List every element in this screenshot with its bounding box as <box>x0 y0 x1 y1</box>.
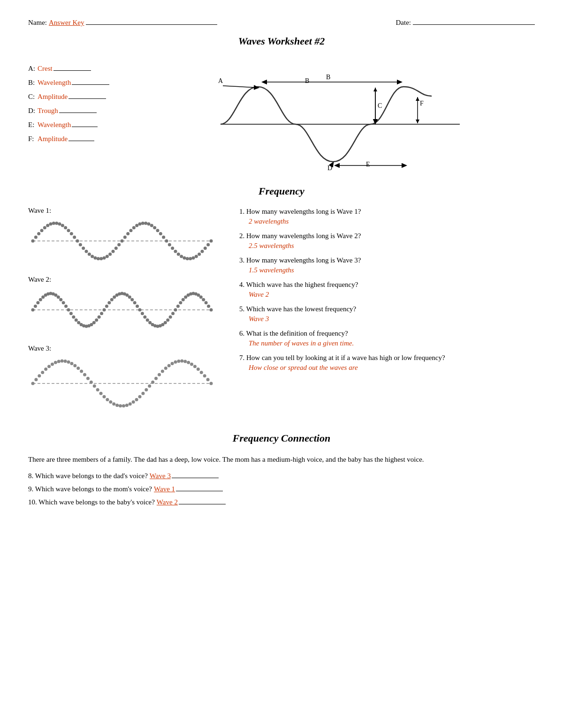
question-answer: The number of waves in a given time. <box>249 338 535 348</box>
svg-point-136 <box>179 301 182 304</box>
svg-point-70 <box>192 256 195 260</box>
question-3: 3. How many wavelengths long is Wave 3?1… <box>239 255 535 275</box>
svg-point-59 <box>159 232 162 235</box>
svg-point-24 <box>55 222 58 225</box>
svg-point-180 <box>129 402 132 405</box>
label-underline <box>59 105 97 113</box>
wave1-container: Wave 1: (function() { const svg = docume… <box>28 207 225 266</box>
connection-question-9: 9. Which wave belongs to the mom's voice… <box>28 484 535 493</box>
frequency-section: Wave 1: (function() { const svg = docume… <box>28 207 535 423</box>
connection-answer: Wave 1 <box>154 485 175 493</box>
svg-point-197 <box>183 360 187 363</box>
svg-point-167 <box>86 377 90 380</box>
svg-point-196 <box>180 360 183 363</box>
questions-column: 1. How many wavelengths long is Wave 1?2… <box>239 207 535 423</box>
svg-point-201 <box>197 368 200 371</box>
svg-point-106 <box>103 308 106 312</box>
svg-point-116 <box>128 295 131 299</box>
svg-marker-14 <box>416 120 419 123</box>
svg-point-45 <box>117 243 121 246</box>
connection-underline <box>176 484 223 491</box>
label-row-d: D:Trough <box>28 105 122 115</box>
label-answer: Trough <box>38 107 58 115</box>
question-text: 7. How can you tell by looking at it if … <box>239 354 445 361</box>
svg-point-25 <box>58 222 61 225</box>
svg-point-19 <box>40 229 44 232</box>
svg-point-36 <box>91 255 94 258</box>
svg-point-105 <box>100 312 103 315</box>
svg-point-155 <box>47 365 51 368</box>
svg-point-44 <box>114 247 118 250</box>
svg-point-174 <box>109 400 112 404</box>
svg-point-32 <box>79 243 82 246</box>
label-underline <box>72 77 109 85</box>
page-title: Waves Worksheet #2 <box>28 35 535 47</box>
svg-point-183 <box>138 395 142 398</box>
question-answer: Wave 2 <box>249 290 535 300</box>
wave1-svg <box>28 218 216 264</box>
svg-point-103 <box>95 318 98 322</box>
svg-point-150 <box>31 382 35 385</box>
svg-point-20 <box>43 226 46 229</box>
svg-point-80 <box>36 301 39 304</box>
svg-point-38 <box>97 257 100 260</box>
svg-point-61 <box>165 240 168 243</box>
question-answer: Wave 3 <box>249 314 535 324</box>
svg-point-166 <box>83 373 86 376</box>
question-7: 7. How can you tell by looking at it if … <box>239 353 535 373</box>
connection-answer: Wave 2 <box>157 498 178 506</box>
question-2: 2. How many wavelengths long is Wave 2?2… <box>239 231 535 251</box>
svg-point-81 <box>39 298 42 301</box>
svg-point-90 <box>62 301 65 304</box>
label-row-a: A:Crest <box>28 63 122 73</box>
svg-point-27 <box>64 226 67 229</box>
label-underline <box>53 63 91 71</box>
connection-underline <box>172 471 219 478</box>
svg-point-50 <box>132 226 136 229</box>
svg-point-53 <box>141 222 145 225</box>
svg-point-52 <box>138 222 142 225</box>
svg-point-78 <box>31 308 35 312</box>
svg-point-169 <box>93 384 96 388</box>
svg-point-160 <box>64 360 67 363</box>
label-letter: B: <box>28 79 38 87</box>
svg-point-89 <box>59 298 62 301</box>
svg-point-185 <box>145 388 148 391</box>
wave-diagram: A B B C <box>141 59 535 171</box>
svg-point-75 <box>206 243 210 246</box>
svg-point-17 <box>34 236 38 239</box>
question-text: 2. How many wavelengths long is Wave 2? <box>239 232 361 240</box>
svg-point-49 <box>129 229 133 232</box>
date-label: Date: <box>396 19 411 27</box>
svg-point-63 <box>171 247 174 250</box>
svg-point-147 <box>207 305 210 308</box>
svg-point-199 <box>190 362 193 366</box>
svg-point-168 <box>90 381 93 384</box>
svg-point-202 <box>200 371 203 374</box>
svg-point-40 <box>103 256 106 260</box>
svg-point-108 <box>107 301 111 304</box>
label-row-e: E:Wavelength <box>28 120 122 129</box>
svg-point-65 <box>177 253 180 256</box>
waves-column: Wave 1: (function() { const svg = docume… <box>28 207 225 423</box>
svg-point-64 <box>174 250 177 253</box>
svg-point-33 <box>82 247 85 250</box>
label-letter: D: <box>28 107 38 115</box>
wave2-svg <box>28 286 216 333</box>
connection-question-text: 10. Which wave belongs to the baby's voi… <box>28 498 155 506</box>
question-1: 1. How many wavelengths long is Wave 1?2… <box>239 207 535 226</box>
label-underline <box>68 134 94 141</box>
wave-diagram-svg: A B B C <box>206 59 469 171</box>
name-section: Name: Answer Key <box>28 19 217 27</box>
svg-point-162 <box>70 362 73 365</box>
svg-point-187 <box>151 381 154 384</box>
header: Name: Answer Key Date: <box>28 19 535 27</box>
svg-point-158 <box>57 360 61 363</box>
svg-point-16 <box>31 240 35 243</box>
svg-point-153 <box>41 371 44 374</box>
svg-point-191 <box>164 367 167 370</box>
label-answer: Wavelength <box>38 79 71 87</box>
svg-point-189 <box>158 373 161 376</box>
question-answer: 2.5 wavelengths <box>249 241 535 251</box>
name-label: Name: <box>28 19 47 27</box>
